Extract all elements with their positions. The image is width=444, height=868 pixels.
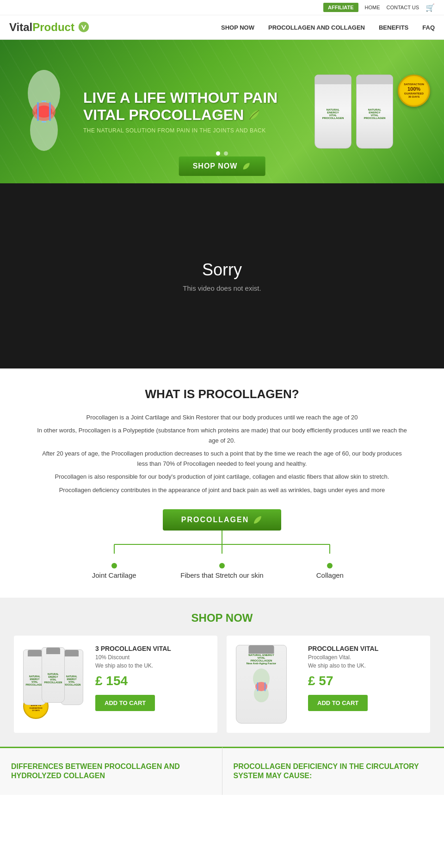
hero-leaf-icon	[247, 108, 261, 122]
product-2-bottle: NATURAL ENERGYVITALPROCOLLAGENNew Anti-A…	[236, 645, 287, 724]
procollagen-para-2: In other words, Procollagen is a Polypep…	[37, 425, 407, 446]
diagram-branch-right: Collagen	[276, 554, 384, 579]
top-bar: AFFILIATE HOME CONTACT US 🛒	[0, 0, 444, 15]
logo[interactable]: VitalProduct	[9, 20, 91, 35]
procollagen-para-5: Procollagen deficiency contributes in th…	[37, 485, 407, 495]
hero-btn-icon	[241, 161, 251, 171]
procollagen-info-section: WHAT IS PROCOLLAGEN? Procollagen is a Jo…	[0, 368, 444, 598]
hero-products: NATURALENERGYVITALPROCOLLAGEN NATURALENE…	[314, 75, 430, 149]
hero-bottle-1: NATURALENERGYVITALPROCOLLAGEN	[314, 75, 352, 149]
procollagen-section-title: WHAT IS PROCOLLAGEN?	[28, 387, 416, 401]
hero-subtitle: THE NATURAL SOLUTION FROM PAIN IN THE JO…	[83, 127, 305, 134]
branch-dot-center	[219, 563, 225, 568]
bottle-knee-illustration	[243, 667, 280, 704]
product-2-image-area: NATURAL ENERGYVITALPROCOLLAGENNew Anti-A…	[236, 645, 301, 724]
bottle-2-label: NATURALENERGYVITALPROCOLLAGEN	[363, 107, 387, 120]
product-2-price: £ 57	[308, 674, 421, 688]
branch-label-left: Joint Cartilage	[60, 571, 168, 579]
video-section: Sorry This video does not exist.	[0, 183, 444, 368]
bottom-card-1-title: DIFFERENCES BETWEEN PROCOLLAGEN AND HYDR…	[11, 762, 211, 781]
diagram-branch-center: Fibers that Stretch our skin	[168, 554, 276, 579]
product-1-info: 3 PROCOLLAGEN VITAL 10% Discount We ship…	[95, 645, 208, 711]
main-nav: SHOP NOW PROCOLLAGEN AND COLLAGEN BENEFI…	[221, 24, 435, 31]
bottom-grid: DIFFERENCES BETWEEN PROCOLLAGEN AND HYDR…	[0, 747, 444, 795]
branch-label-right: Collagen	[276, 571, 384, 579]
shop-section: SHOP NOW NATURAL ENERGYVITAL PROCOLLAGEN…	[0, 598, 444, 747]
product-2-name: PROCOLLAGEN VITAL	[308, 645, 421, 652]
diagram-procollagen-button[interactable]: PROCOLLAGEN	[163, 509, 281, 531]
procollagen-para-1: Procollagen is a Joint Cartilage and Ski…	[37, 412, 407, 423]
product-1-image-area: NATURAL ENERGYVITAL PROCOLLAGEN NATURAL …	[23, 645, 88, 719]
products-grid: NATURAL ENERGYVITAL PROCOLLAGEN NATURAL …	[14, 636, 430, 733]
diagram-branch-left: Joint Cartilage	[60, 554, 168, 579]
bottle-1-label: NATURALENERGYVITALPROCOLLAGEN	[321, 107, 345, 120]
hero-shop-now-button[interactable]: SHOP NOW	[179, 156, 265, 176]
hero-title-line1: LIVE A LIFE WITHOUT PAIN	[83, 89, 305, 106]
hero-content: LIVE A LIFE WITHOUT PAIN VITAL PROCOLLAG…	[0, 65, 444, 158]
product-1-name: 3 PROCOLLAGEN VITAL	[95, 645, 208, 652]
logo-text: VitalProduct	[9, 21, 74, 34]
product-1-price: £ 154	[95, 674, 208, 688]
procollagen-para-3: After 20 years of age, the Procollagen p…	[37, 449, 407, 469]
procollagen-para-4: Procollagen is also responsible for our …	[37, 472, 407, 482]
hero-title-line2: VITAL PROCOLLAGEN	[83, 106, 305, 124]
product-card-1: NATURAL ENERGYVITAL PROCOLLAGEN NATURAL …	[14, 636, 217, 733]
hero-text-block: LIVE A LIFE WITHOUT PAIN VITAL PROCOLLAG…	[83, 89, 305, 134]
knee-illustration	[14, 65, 74, 158]
nav-shop-now[interactable]: SHOP NOW	[221, 24, 254, 31]
hero-banner: LIVE A LIFE WITHOUT PAIN VITAL PROCOLLAG…	[0, 40, 444, 183]
diagram-branches: Joint Cartilage Fibers that Stretch our …	[60, 554, 384, 579]
video-sorry-sub: This video does not exist.	[183, 284, 261, 292]
product-1-shipping: We ship also to the UK.	[95, 662, 208, 669]
add-to-cart-button-2[interactable]: ADD TO CART	[308, 695, 368, 711]
contact-link[interactable]: CONTACT US	[387, 5, 419, 10]
logo-icon	[76, 20, 91, 35]
header: VitalProduct SHOP NOW PROCOLLAGEN AND CO…	[0, 15, 444, 40]
cart-icon[interactable]: 🛒	[426, 3, 435, 12]
nav-benefits[interactable]: BENEFITS	[379, 24, 408, 31]
branch-dot-right	[327, 563, 333, 568]
single-bottle-label: NATURAL ENERGYVITALPROCOLLAGENNew Anti-A…	[245, 654, 278, 665]
shop-section-title: SHOP NOW	[14, 612, 430, 624]
video-sorry-title: Sorry	[202, 260, 242, 280]
nav-procollagen[interactable]: PROCOLLAGEN AND COLLAGEN	[268, 24, 365, 31]
product-2-info: PROCOLLAGEN VITAL Procollagen Vital. We …	[308, 645, 421, 711]
diagram-btn-icon	[253, 515, 263, 525]
nav-faq[interactable]: FAQ	[422, 24, 435, 31]
bottom-card-1: DIFFERENCES BETWEEN PROCOLLAGEN AND HYDR…	[0, 747, 222, 795]
home-link[interactable]: HOME	[365, 5, 380, 10]
hero-bottle-2: NATURALENERGYVITALPROCOLLAGEN	[356, 75, 393, 149]
product-2-discount: Procollagen Vital.	[308, 654, 421, 661]
bottom-card-2: PROCOLLAGEN DEFICIENCY IN THE CIRCULATOR…	[222, 747, 444, 795]
branch-label-center: Fibers that Stretch our skin	[168, 571, 276, 579]
product-2-shipping: We ship also to the UK.	[308, 662, 421, 669]
product-card-2: NATURAL ENERGYVITALPROCOLLAGENNew Anti-A…	[227, 636, 430, 733]
add-to-cart-button-1[interactable]: ADD TO CART	[95, 695, 155, 711]
diagram-connector	[60, 531, 384, 554]
branch-dot-left	[111, 563, 117, 568]
product-1-bottles: NATURAL ENERGYVITAL PROCOLLAGEN NATURAL …	[23, 645, 88, 719]
procollagen-diagram: PROCOLLAGEN Joint Cartilage	[60, 509, 384, 579]
bottle-label-b: NATURAL ENERGYVITAL PROCOLLAGEN	[42, 673, 64, 684]
bottom-card-2-title: PROCOLLAGEN DEFICIENCY IN THE CIRCULATOR…	[234, 762, 433, 781]
affiliate-button[interactable]: AFFILIATE	[323, 3, 358, 12]
product-bottle-b: NATURAL ENERGYVITAL PROCOLLAGEN	[42, 647, 65, 703]
product-1-discount: 10% Discount	[95, 654, 208, 661]
satisfaction-badge: SATISFACTION 100% GUARANTEED 30 DAYS	[398, 75, 430, 107]
